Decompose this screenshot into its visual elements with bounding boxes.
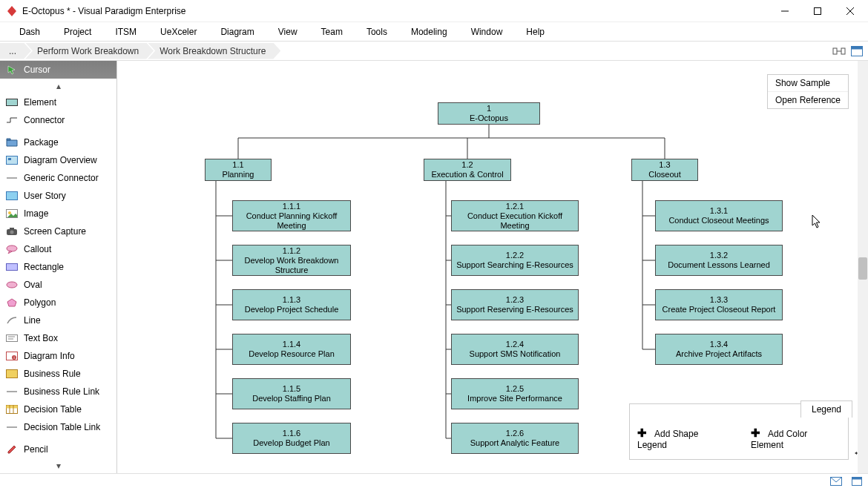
overview-icon <box>6 155 18 165</box>
svg-point-17 <box>10 231 14 234</box>
wbs-node-name: Support Analytic Feature <box>470 438 559 448</box>
close-button[interactable] <box>834 1 867 22</box>
maximize-button[interactable] <box>801 1 834 22</box>
palette-label: Decision Table <box>24 403 82 415</box>
legend-tab[interactable]: Legend <box>800 400 852 418</box>
wbs-node[interactable]: 1.3Closeout <box>631 159 698 181</box>
palette-element[interactable]: Element <box>0 93 116 111</box>
palette-decision-table-link[interactable]: Decision Table Link <box>0 418 116 436</box>
palette-label: Text Box <box>24 332 58 344</box>
wbs-node[interactable]: 1.2.6Support Analytic Feature <box>451 423 579 454</box>
palette-oval[interactable]: Oval <box>0 276 116 294</box>
wbs-node[interactable]: 1.2.3Support Reserving E-Resources <box>451 289 579 320</box>
wbs-node[interactable]: 1.1.5Develop Staffing Plan <box>232 378 351 409</box>
palette-rectangle[interactable]: Rectangle <box>0 258 116 276</box>
palette-label: Business Rule <box>24 368 81 380</box>
menu-help[interactable]: Help <box>516 24 555 40</box>
tool-palette: Cursor ▴ Element Connector Package Diagr… <box>0 61 117 473</box>
wbs-node-name: Support Searching E-Resources <box>456 260 573 270</box>
palette-decision-table[interactable]: Decision Table <box>0 400 116 418</box>
palette-image[interactable]: Image <box>0 205 116 222</box>
scroll-thumb[interactable] <box>858 257 867 280</box>
breadcrumb-item[interactable]: Perform Work Breakdown <box>25 43 154 59</box>
palette-diagram-overview[interactable]: Diagram Overview <box>0 151 116 169</box>
palette-label: Image <box>24 208 48 220</box>
wbs-node-id: 1.2.6 <box>506 429 524 438</box>
wbs-node[interactable]: 1.2.1Conduct Execution Kickoff Meeting <box>451 200 579 231</box>
add-shape-legend-button[interactable]: ✚Add Shape Legend <box>637 426 729 450</box>
wbs-node[interactable]: 1.3.1Conduct Closeout Meetings <box>655 200 783 231</box>
palette-label: Package <box>24 136 59 148</box>
wbs-node[interactable]: 1.2Execution & Control <box>424 159 511 181</box>
wbs-node[interactable]: 1.1.4Develop Resource Plan <box>232 334 351 365</box>
wbs-node[interactable]: 1.1.3Develop Project Schedule <box>232 289 351 320</box>
screen-capture-icon <box>6 226 18 237</box>
palette-business-rule-link[interactable]: Business Rule Link <box>0 383 116 400</box>
palette-label: Element <box>24 96 56 108</box>
breadcrumb-item[interactable]: Work Breakdown Structure <box>148 43 280 59</box>
add-color-element-button[interactable]: ✚Add Color Element <box>751 426 841 450</box>
palette-generic-connector[interactable]: Generic Connector <box>0 169 116 187</box>
palette-package[interactable]: Package <box>0 133 116 151</box>
wbs-node-id: 1.2 <box>461 160 473 170</box>
wbs-node-name: Conduct Closeout Meetings <box>668 216 769 225</box>
menu-window[interactable]: Window <box>461 24 513 40</box>
open-reference-button[interactable]: Open Reference <box>768 92 848 108</box>
decision-table-icon <box>6 404 18 415</box>
palette-diagram-info[interactable]: i Diagram Info <box>0 347 116 365</box>
line-icon <box>6 315 18 326</box>
wbs-node-name: Improve Site Performance <box>467 394 562 403</box>
grid-view-icon[interactable] <box>832 44 846 58</box>
wbs-node[interactable]: 1.2.2Support Searching E-Resources <box>451 245 579 276</box>
panel-toggle-icon[interactable] <box>850 44 864 58</box>
menu-project[interactable]: Project <box>53 24 102 40</box>
palette-collapse-down[interactable]: ▾ <box>0 458 116 473</box>
wbs-node[interactable]: 1.1Planning <box>205 159 272 181</box>
svg-rect-5 <box>841 48 845 54</box>
palette-line[interactable]: Line <box>0 311 116 329</box>
window-icon[interactable] <box>850 475 864 488</box>
svg-rect-13 <box>7 192 18 200</box>
palette-cursor[interactable]: Cursor <box>0 61 116 79</box>
text-box-icon <box>6 333 18 343</box>
palette-connector[interactable]: Connector <box>0 111 116 129</box>
mail-icon[interactable] <box>829 475 843 488</box>
palette-screen-capture[interactable]: Screen Capture <box>0 222 116 240</box>
palette-collapse-up[interactable]: ▴ <box>0 79 116 93</box>
wbs-node[interactable]: 1.1.6Develop Budget Plan <box>232 423 351 454</box>
wbs-node[interactable]: 1.3.3Create Project Closeout Report <box>655 289 783 320</box>
minimize-button[interactable] <box>769 1 801 22</box>
menu-itsm[interactable]: ITSM <box>105 24 147 40</box>
palette-user-story[interactable]: User Story <box>0 187 116 205</box>
wbs-node[interactable]: 1.1.1Conduct Planning Kickoff Meeting <box>232 200 351 231</box>
wbs-node[interactable]: 1.3.2Document Lessons Learned <box>655 245 783 276</box>
menu-diagram[interactable]: Diagram <box>210 24 264 40</box>
pencil-icon <box>6 444 18 455</box>
svg-rect-8 <box>852 46 863 49</box>
wbs-node[interactable]: 1E-Octopus <box>438 102 540 125</box>
palette-text-box[interactable]: Text Box <box>0 329 116 347</box>
wbs-node-id: 1.3 <box>659 160 670 170</box>
wbs-node[interactable]: 1.2.5Improve Site Performance <box>451 378 579 409</box>
vertical-scrollbar[interactable] <box>858 61 868 473</box>
wbs-node[interactable]: 1.1.2Develop Work Breakdown Structure <box>232 245 351 276</box>
menu-view[interactable]: View <box>268 24 308 40</box>
menu-modeling[interactable]: Modeling <box>401 24 458 40</box>
palette-callout[interactable]: Callout <box>0 240 116 258</box>
wbs-node-id: 1.1.4 <box>283 340 300 349</box>
menu-team[interactable]: Team <box>311 24 353 40</box>
wbs-node-name: Create Project Closeout Report <box>662 305 776 314</box>
palette-pencil[interactable]: Pencil <box>0 441 116 458</box>
palette-polygon[interactable]: Polygon <box>0 294 116 311</box>
palette-label: Polygon <box>24 297 56 309</box>
wbs-node-id: 1.1.5 <box>283 384 300 394</box>
wbs-node-name: Conduct Planning Kickoff Meeting <box>236 211 347 231</box>
menu-dash[interactable]: Dash <box>9 24 50 40</box>
breadcrumb-ellipsis[interactable]: ... <box>0 43 31 59</box>
show-sample-button[interactable]: Show Sample <box>768 75 848 92</box>
palette-business-rule[interactable]: Business Rule <box>0 365 116 383</box>
wbs-node[interactable]: 1.3.4Archive Project Artifacts <box>655 334 783 365</box>
menu-uexceler[interactable]: UeXceler <box>150 24 207 40</box>
wbs-node[interactable]: 1.2.4Support SMS Notification <box>451 334 579 365</box>
menu-tools[interactable]: Tools <box>356 24 398 40</box>
